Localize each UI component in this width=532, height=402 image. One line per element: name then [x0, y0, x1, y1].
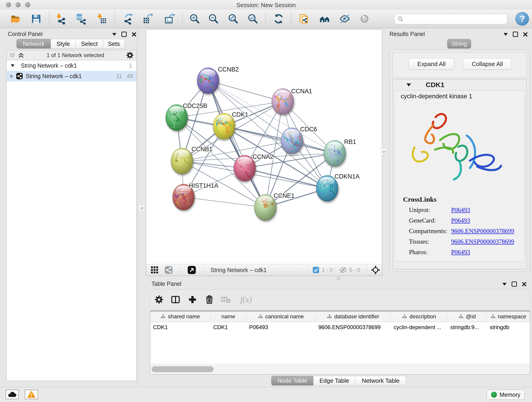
cloud-button[interactable] [6, 390, 19, 399]
gear-icon[interactable] [126, 51, 133, 59]
network-graph[interactable]: CCNB2CCNA1CDC25BCDK1CDC6RB1CCNB1CCNA2CDK… [146, 30, 382, 264]
tab-network[interactable]: Network [17, 39, 51, 49]
open-session-button[interactable] [8, 12, 23, 26]
help-button[interactable]: ? [515, 12, 529, 26]
zoom-in-button[interactable] [187, 12, 202, 26]
function-builder-button-disabled: f(x) [236, 289, 256, 310]
table-cell[interactable]: P06493 [247, 322, 316, 332]
import-table-from-file-button[interactable] [94, 12, 109, 26]
node-label-CCNB1: CCNB1 [191, 146, 213, 153]
panel-menu-icon[interactable] [112, 33, 116, 36]
table-panel: Table Panel [148, 279, 532, 390]
zoom-fit-button[interactable] [226, 12, 241, 26]
memory-button[interactable]: Memory [487, 390, 525, 400]
float-panel-icon[interactable] [512, 281, 517, 287]
panel-menu-icon[interactable] [504, 33, 508, 36]
float-panel-icon[interactable] [513, 32, 518, 37]
table-cell[interactable]: 9606.ENSP00000378699 [316, 322, 391, 332]
network-row[interactable]: String Network – cdk1 11 48 [7, 71, 136, 81]
crosslink-link[interactable]: P06493 [451, 206, 470, 217]
toolbar-separator [182, 12, 183, 26]
tab-select[interactable]: Select [76, 39, 103, 49]
network-node-CCNA1[interactable]: CCNA1 [272, 87, 312, 119]
network-node-CDC6[interactable]: CDC6 [281, 126, 317, 158]
string-style-button[interactable] [165, 264, 173, 276]
network-node-RB1[interactable]: RB1 [324, 138, 356, 168]
column-header-shared-name[interactable]: shared name [150, 311, 210, 322]
crosslink-link[interactable]: P06493 [451, 249, 470, 259]
selected-indicator[interactable]: 1 - 0 [312, 264, 333, 276]
scrollbar-thumb[interactable] [152, 366, 214, 372]
save-session-button[interactable] [29, 12, 44, 26]
table-cell[interactable]: cyclin-dependent ... [391, 322, 448, 332]
tab-style[interactable]: Style [51, 39, 76, 49]
column-header-description[interactable]: description [391, 311, 448, 322]
column-header-namespace[interactable]: namespace [487, 311, 530, 322]
table-cell[interactable]: CDK1 [210, 322, 247, 332]
section-expand-icon[interactable] [406, 83, 411, 86]
panel-menu-icon[interactable] [502, 283, 507, 286]
tab-network-table[interactable]: Network Table [355, 376, 406, 385]
zoom-selected-button[interactable] [246, 12, 260, 26]
collection-expand-icon[interactable] [11, 64, 14, 67]
table-cell[interactable]: CDK1 [150, 322, 210, 332]
export-network-button[interactable] [121, 12, 136, 26]
crosslink-link[interactable]: P06493 [451, 217, 470, 228]
column-header-database-identifier[interactable]: database identifier [316, 311, 391, 322]
protein-section-header[interactable]: CDK1 [393, 79, 526, 90]
add-column-button[interactable] [186, 289, 199, 310]
table-cell[interactable]: stringdb [487, 322, 530, 332]
tab-node-table[interactable]: Node Table [271, 376, 313, 385]
import-network-from-database-button[interactable] [73, 12, 88, 26]
expand-all-button[interactable]: Expand All [409, 58, 454, 70]
expand-all-icon[interactable] [18, 52, 25, 58]
tab-edge-table[interactable]: Edge Table [313, 376, 355, 385]
table-cell[interactable]: stringdb:9... [447, 322, 487, 332]
show-grid-button[interactable] [151, 264, 158, 276]
network-node-CCNB1[interactable]: CCNB1 [171, 146, 213, 175]
network-node-CCNE1[interactable]: CCNE1 [254, 192, 295, 220]
table-row[interactable]: CDK1CDK1P064939606.ENSP00000378699cyclin… [150, 322, 530, 332]
collapse-all-button[interactable]: Collapse All [463, 58, 512, 70]
close-panel-icon[interactable] [132, 32, 136, 37]
import-network-from-file-button[interactable] [54, 12, 68, 26]
network-collection-row[interactable]: String Network – cdk1 1 [7, 60, 136, 71]
zoom-out-button[interactable] [206, 12, 221, 26]
hidden-indicator[interactable]: 0 - 0 [339, 264, 360, 276]
splitter-handle[interactable] [139, 205, 144, 211]
clone-network-button[interactable] [297, 12, 312, 26]
hide-glass-button[interactable] [337, 12, 352, 26]
splitter-handle[interactable] [381, 148, 386, 154]
export-image-button[interactable] [162, 12, 177, 26]
table-settings-button[interactable] [152, 289, 166, 310]
table-panel-title: Table Panel [152, 281, 181, 287]
close-panel-icon[interactable] [522, 282, 526, 287]
network-node-CDKN1A[interactable]: CDKN1A [316, 173, 360, 201]
birds-eye-view-button[interactable] [187, 264, 196, 276]
string-home-button[interactable] [317, 12, 332, 26]
show-graphics-button[interactable] [357, 12, 372, 26]
show-columns-button[interactable] [169, 289, 182, 310]
memory-status-icon [491, 392, 497, 398]
crosslink-link[interactable]: 9606.ENSP00000378699 [451, 228, 514, 238]
warnings-button[interactable] [25, 390, 38, 399]
center-view-button[interactable] [371, 264, 380, 276]
memory-label: Memory [500, 391, 520, 398]
search-input[interactable] [404, 16, 507, 22]
tab-sets[interactable]: Sets [103, 39, 125, 49]
column-header--id[interactable]: @id [447, 311, 487, 322]
splitter-handle[interactable] [336, 276, 340, 280]
column-header-name[interactable]: name [210, 311, 247, 322]
export-table-button[interactable] [141, 12, 155, 26]
network-node-HIST1H1A[interactable]: HIST1H1A [172, 182, 218, 211]
delete-column-button[interactable] [203, 289, 216, 310]
float-panel-icon[interactable] [121, 32, 127, 37]
network-node-CCNA2[interactable]: CCNA2 [234, 153, 273, 184]
collapse-all-icon[interactable] [9, 52, 16, 58]
refresh-button[interactable] [271, 12, 286, 26]
crosslink-link[interactable]: 9606.ENSP00000378699 [451, 238, 514, 249]
close-panel-icon[interactable] [523, 32, 528, 37]
column-header-canonical-name[interactable]: canonical name [247, 311, 316, 322]
tab-string[interactable]: String [447, 39, 471, 49]
horizontal-scrollbar[interactable] [150, 364, 530, 374]
